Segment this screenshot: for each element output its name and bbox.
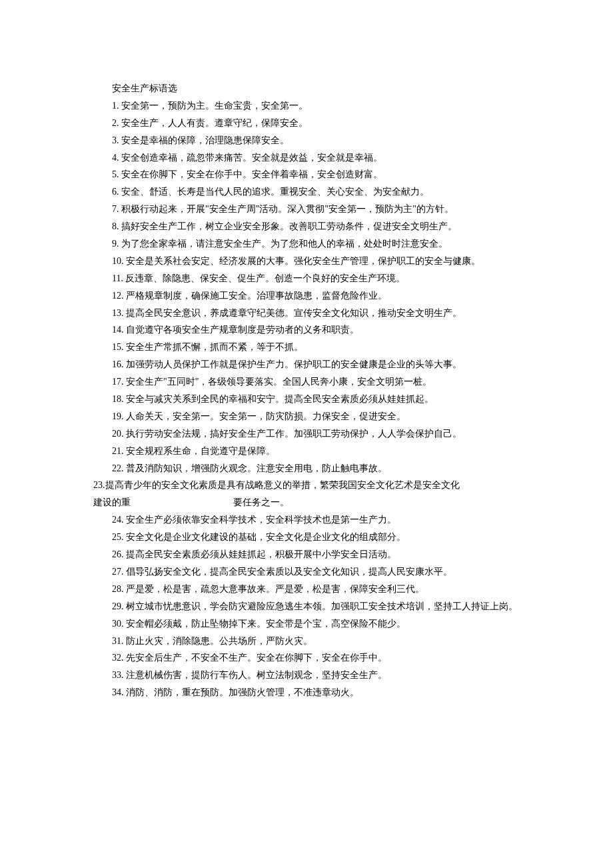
- slogan-item: 34. 消防、消防，重在预防。加强防火管理，不准违章动火。: [93, 684, 533, 701]
- slogan-item: 3. 安全是幸福的保障，治理隐患保障安全。: [93, 132, 533, 149]
- slogan-item: 18. 安全与减灾关系到全民的幸福和安宁。提高全民安全素质必须从娃娃抓起。: [93, 391, 533, 408]
- slogan-item: 14. 自觉遵守各项安全生产规章制度是劳动者的义务和职责。: [93, 321, 533, 339]
- slogan-item: 32. 先安全后生产，不安全不生产。安全在你脚下，安全在你手中。: [93, 649, 533, 667]
- slogan-item: 11. 反违章、除隐患、保安全、促生产。创造一个良好的安全生产环境。: [93, 270, 533, 287]
- slogan-item: 15. 安全生产常抓不懈，抓而不紧，等于不抓。: [93, 339, 533, 356]
- slogan-item: 33. 注意机械伤害，提防行车伤人。树立法制观念，坚持安全生产。: [93, 667, 533, 684]
- slogan-item: 19. 人命关天，安全第一。安全第一，防灾防损。力保安全，促进安全。: [93, 408, 533, 425]
- slogan-23-line2: 建设的重 要任务之一。: [93, 494, 533, 511]
- slogan-item: 20. 执行劳动安全法规，搞好安全生产工作。加强职工劳动保护，人人学会保护自己。: [93, 425, 533, 443]
- slogan-item: 6. 安全、舒适、长寿是当代人民的追求。重视安全、关心安全、为安全献力。: [93, 183, 533, 201]
- slogan-item: 2. 安全生产，人人有责。遵章守纪，保障安全。: [93, 115, 533, 132]
- slogan-item: 1. 安全第一，预防为主。生命宝贵，安全第一。: [93, 97, 533, 115]
- slogan-item: 17. 安全生产"五同时"，各级领导要落实。全国人民奔小康，安全文明第一桩。: [93, 373, 533, 391]
- slogan-item: 9. 为了您全家幸福，请注意安全生产。为了您和他人的幸福，处处时时注意安全。: [93, 235, 533, 253]
- slogan-item: 13. 提高全民安全意识，养成遵章守纪美德。宣传安全文化知识，推动安全文明生产。: [93, 305, 533, 322]
- slogan-list: 1. 安全第一，预防为主。生命宝贵，安全第一。2. 安全生产，人人有责。遵章守纪…: [93, 97, 533, 477]
- slogan-item: 28. 严是爱，松是害，疏忽大意事故来。严是爱，松是害，保障安全利三代。: [93, 581, 533, 598]
- slogan-item: 21. 安全规程系生命，自觉遵守是保障。: [93, 443, 533, 460]
- slogan-item: 30. 安全帽必须戴，防止坠物掉下来。安全带是个宝，高空保险不能少。: [93, 615, 533, 633]
- slogan-item: 8. 搞好安全生产工作，树立企业安全形象。改善职工劳动条件，促进安全文明生产。: [93, 218, 533, 235]
- slogan-item: 29. 树立城市忧患意识，学会防灾避险应急逃生本领。加强职工安全技术培训，坚持工…: [93, 598, 533, 615]
- slogan-list-after: 24. 安全生产必须依靠安全科学技术，安全科学技术也是第一生产力。25. 安全文…: [93, 511, 533, 701]
- slogan-item: 10. 安全是关系社会安定、经济发展的大事。强化安全生产管理，保护职工的安全与健…: [93, 253, 533, 270]
- slogan-item: 31. 防止火灾，消除隐患。公共场所，严防火灾。: [93, 633, 533, 650]
- slogan-item: 22. 普及消防知识，增强防火观念。注意安全用电，防止触电事故。: [93, 460, 533, 477]
- slogan-item: 24. 安全生产必须依靠安全科学技术，安全科学技术也是第一生产力。: [93, 511, 533, 529]
- document-title: 安全生产标语选: [93, 80, 533, 97]
- slogan-item: 12. 严格规章制度，确保施工安全。治理事故隐患，监督危险作业。: [93, 287, 533, 305]
- slogan-item-23: 23.提高青少年的安全文化素质是具有战略意义的举措，繁荣我国安全文化艺术是安全文…: [93, 477, 533, 511]
- slogan-item: 26. 提高全民安全素质必须从娃娃抓起，积极开展中小学安全日活动。: [93, 546, 533, 563]
- slogan-item: 16. 加强劳动人员保护工作就是保护生产力。保护职工的安全健康是企业的头等大事。: [93, 356, 533, 373]
- slogan-item: 4. 安全创造幸福，疏忽带来痛苦。安全就是效益，安全就是幸福。: [93, 149, 533, 167]
- slogan-23-gap: [131, 494, 233, 511]
- slogan-item: 5. 安全在你脚下，安全在你手中。安全伴着幸福，安全创造财富。: [93, 166, 533, 183]
- slogan-item: 27. 倡导弘扬安全文化，提高全民安全素质以及安全文化知识，提高人民安康水平。: [93, 563, 533, 581]
- slogan-23-line1: 23.提高青少年的安全文化素质是具有战略意义的举措，繁荣我国安全文化艺术是安全文…: [93, 477, 533, 494]
- slogan-23-suffix: 要任务之一。: [233, 494, 289, 511]
- slogan-item: 25. 安全文化是企业文化建设的基础，安全文化是企业文化的组成部分。: [93, 529, 533, 546]
- slogan-23-prefix: 建设的重: [93, 494, 131, 511]
- slogan-item: 7. 积极行动起来，开展"安全生产周"活动。深入贯彻"安全第一，预防为主"的方针…: [93, 201, 533, 218]
